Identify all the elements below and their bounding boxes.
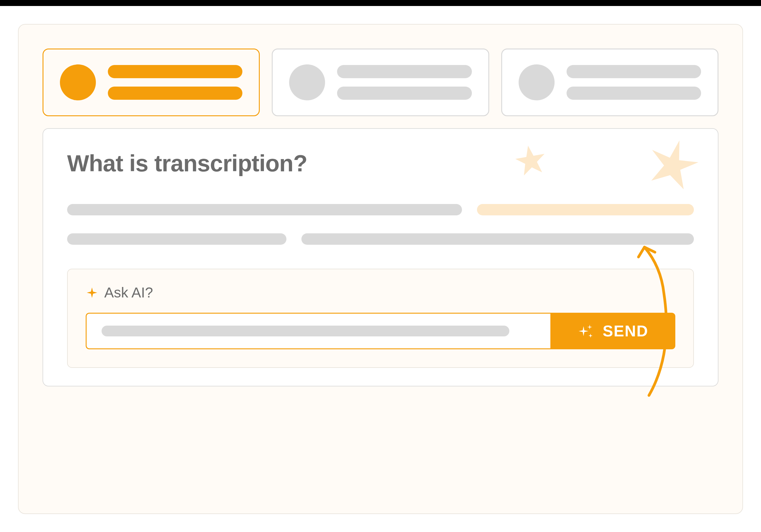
input-placeholder-line: [101, 325, 509, 336]
avatar-icon: [60, 64, 96, 100]
main-content-panel: What is transcription?: [42, 128, 719, 386]
input-row: SEND: [86, 313, 675, 349]
placeholder-line: [108, 87, 242, 100]
placeholder-line: [337, 65, 472, 78]
sparkle-icon: [86, 286, 98, 299]
send-button-label: SEND: [603, 322, 648, 340]
placeholder-line: [566, 65, 701, 78]
placeholder-line: [337, 87, 472, 100]
avatar-icon: [289, 64, 325, 100]
app-frame: What is transcription?: [0, 6, 761, 532]
ask-ai-header: Ask AI?: [86, 284, 675, 301]
profile-card-3[interactable]: [501, 48, 719, 116]
placeholder-line: [566, 87, 701, 100]
cards-row: [42, 48, 719, 116]
content-text-block: [67, 204, 694, 245]
placeholder-line: [301, 233, 694, 245]
send-button[interactable]: SEND: [551, 313, 675, 349]
sparkle-star-icon: [643, 135, 703, 195]
content-line-row: [67, 233, 694, 245]
content-line-row: [67, 204, 694, 215]
sparkle-star-icon: [514, 144, 547, 177]
ask-ai-label: Ask AI?: [104, 284, 153, 301]
panel-title: What is transcription?: [67, 150, 694, 177]
highlighted-line: [477, 204, 694, 215]
card-text-lines: [337, 65, 472, 100]
card-text-lines: [108, 65, 242, 100]
placeholder-line: [67, 204, 462, 215]
profile-card-2[interactable]: [272, 48, 489, 116]
placeholder-line: [108, 65, 242, 78]
sparkles-icon: [577, 323, 594, 339]
ask-ai-container: Ask AI? SEND: [67, 269, 694, 368]
ai-text-input[interactable]: [86, 313, 551, 349]
avatar-icon: [519, 64, 555, 100]
panel-header: What is transcription?: [67, 150, 694, 177]
placeholder-line: [67, 233, 286, 245]
card-text-lines: [566, 65, 701, 100]
profile-card-1[interactable]: [42, 48, 260, 116]
outer-container: What is transcription?: [18, 24, 743, 514]
